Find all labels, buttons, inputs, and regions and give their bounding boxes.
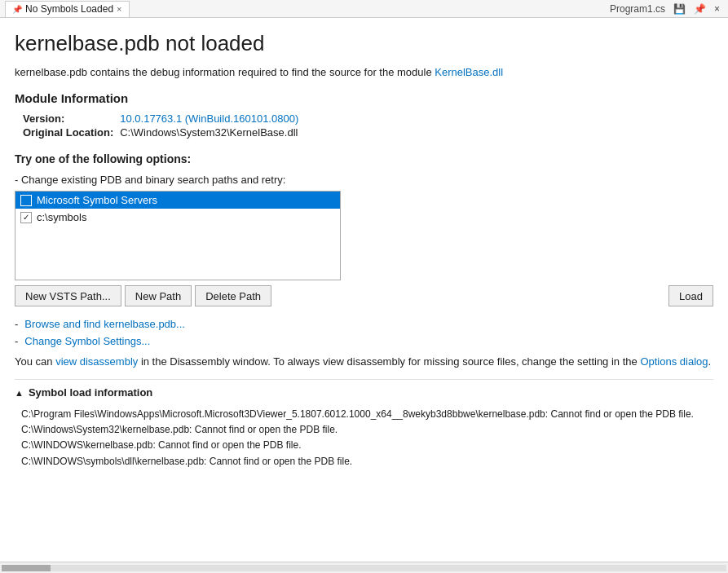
tab-bar: 📌 No Symbols Loaded × <box>5 1 130 17</box>
version-row: Version: 10.0.17763.1 (WinBuild.160101.0… <box>23 112 305 126</box>
info-suffix: . <box>708 355 712 368</box>
symbol-load-section: ▲ Symbol load information C:\Program Fil… <box>15 379 713 473</box>
browse-link[interactable]: Browse and find kernelbase.pdb... <box>24 318 185 330</box>
options-dialog-link[interactable]: Options dialog <box>640 355 708 368</box>
scrollbar-thumb[interactable] <box>2 565 51 571</box>
tab-pin-icon[interactable]: 📌 <box>12 5 22 14</box>
description: kernelbase.pdb contains the debug inform… <box>15 66 713 78</box>
change-paths-section: - Change existing PDB and binary search … <box>15 174 713 306</box>
log-line-2: C:\WINDOWS\kernelbase.pdb: Cannot find o… <box>21 438 707 453</box>
location-label: Original Location: <box>23 126 120 139</box>
new-path-button[interactable]: New Path <box>125 285 192 306</box>
close-btn[interactable]: × <box>711 3 723 15</box>
info-text: You can view disassembly in the Disassem… <box>15 355 713 368</box>
module-info-table: Version: 10.0.17763.1 (WinBuild.160101.0… <box>23 112 305 139</box>
main-content: kernelbase.pdb not loaded kernelbase.pdb… <box>0 18 728 562</box>
tab-close-icon[interactable]: × <box>117 4 121 14</box>
view-disassembly-link[interactable]: view disassembly <box>55 355 138 368</box>
symbol-load-header[interactable]: ▲ Symbol load information <box>15 386 713 399</box>
title-bar: 📌 No Symbols Loaded × Program1.cs 💾 📌 × <box>0 0 728 18</box>
location-row: Original Location: C:\Windows\System32\K… <box>23 126 305 139</box>
symbol-log: C:\Program Files\WindowsApps\Microsoft.M… <box>15 403 713 473</box>
bottom-scrollbar[interactable] <box>0 562 728 573</box>
pin-icon[interactable]: 📌 <box>690 3 709 15</box>
version-label: Version: <box>23 112 120 126</box>
buttons-row: New VSTS Path... New Path Delete Path Lo… <box>15 285 713 306</box>
save-icon[interactable]: 💾 <box>670 3 689 15</box>
tab-label: No Symbols Loaded <box>25 3 113 15</box>
options-title: Try one of the following options: <box>15 152 713 165</box>
location-value: C:\Windows\System32\KernelBase.dll <box>120 126 305 139</box>
version-value: 10.0.17763.1 (WinBuild.160101.0800) <box>120 112 305 126</box>
log-line-3: C:\WINDOWS\symbols\dll\kernelbase.pdb: C… <box>21 454 707 469</box>
change-paths-label: - Change existing PDB and binary search … <box>15 174 713 186</box>
change-symbol-link-line: - Change Symbol Settings... <box>15 335 713 347</box>
title-bar-right: Program1.cs 💾 📌 × <box>607 3 723 15</box>
scrollbar-track[interactable] <box>2 565 726 571</box>
info-middle: in the Disassembly window. To always vie… <box>138 355 640 368</box>
page-title: kernelbase.pdb not loaded <box>15 31 713 56</box>
list-item[interactable]: c:\symbols <box>15 209 340 226</box>
module-info-title: Module Information <box>15 91 713 105</box>
description-prefix: kernelbase.pdb contains the debug inform… <box>15 66 435 78</box>
list-item[interactable]: Microsoft Symbol Servers <box>15 192 340 209</box>
delete-path-button[interactable]: Delete Path <box>195 285 271 306</box>
info-prefix: You can <box>15 355 55 368</box>
description-highlight: KernelBase.dll <box>435 66 503 78</box>
log-line-0: C:\Program Files\WindowsApps\Microsoft.M… <box>21 407 707 422</box>
log-line-1: C:\Windows\System32\kernelbase.pdb: Cann… <box>21 422 707 438</box>
item-label-0: Microsoft Symbol Servers <box>37 194 157 206</box>
item-label-1: c:\symbols <box>37 211 86 223</box>
item-checkbox-1[interactable] <box>20 212 32 223</box>
change-symbol-settings-link[interactable]: Change Symbol Settings... <box>24 335 150 347</box>
title-bar-filename: Program1.cs <box>607 3 668 15</box>
load-button[interactable]: Load <box>668 285 713 306</box>
collapse-arrow-icon: ▲ <box>15 388 24 398</box>
no-symbols-tab[interactable]: 📌 No Symbols Loaded × <box>5 1 130 17</box>
browse-link-line: - Browse and find kernelbase.pdb... <box>15 318 713 330</box>
paths-listbox[interactable]: Microsoft Symbol Servers c:\symbols <box>15 191 341 280</box>
symbol-load-title: Symbol load information <box>29 386 152 399</box>
options-section: Try one of the following options: - Chan… <box>15 152 713 347</box>
new-vsts-path-button[interactable]: New VSTS Path... <box>15 285 121 306</box>
module-info-section: Module Information Version: 10.0.17763.1… <box>15 91 713 139</box>
item-checkbox-0[interactable] <box>20 195 32 206</box>
